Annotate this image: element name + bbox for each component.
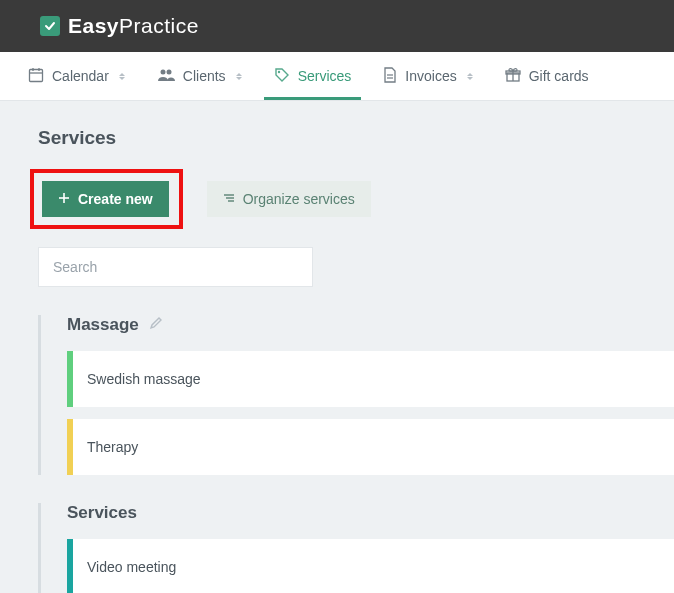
button-label: Organize services [243,191,355,207]
create-new-button[interactable]: Create new [42,181,169,217]
tag-icon [274,67,290,86]
service-item[interactable]: Video meeting [67,539,674,593]
page-content: Services Create new Organize services Ma… [0,101,674,593]
pencil-icon[interactable] [149,316,163,334]
main-nav: Calendar Clients Services Invoices Gift … [0,52,674,101]
nav-label: Invoices [405,68,456,84]
category-header: Massage [67,315,674,335]
page-title: Services [38,127,674,149]
check-icon [40,16,60,36]
brand-text: EasyPractice [68,14,199,38]
document-icon [383,67,397,86]
svg-rect-0 [30,69,43,81]
nav-label: Clients [183,68,226,84]
calendar-icon [28,67,44,86]
sort-icon [236,73,242,80]
annotation-highlight: Create new [30,169,183,229]
organize-services-button[interactable]: Organize services [207,181,371,217]
service-category: Services Video meeting [38,503,674,593]
organize-icon [223,191,235,207]
svg-point-5 [166,69,171,74]
top-bar: EasyPractice [0,0,674,52]
sort-icon [119,73,125,80]
service-category: Massage Swedish massage Therapy [38,315,674,475]
search-wrap [38,247,674,287]
service-name: Video meeting [73,559,176,575]
service-item[interactable]: Therapy [67,419,674,475]
brand-logo[interactable]: EasyPractice [40,14,199,38]
button-label: Create new [78,191,153,207]
nav-calendar[interactable]: Calendar [28,52,125,100]
people-icon [157,67,175,86]
plus-icon [58,191,70,207]
nav-services[interactable]: Services [274,52,352,100]
action-row: Create new Organize services [38,169,674,229]
category-title: Massage [67,315,139,335]
sort-icon [467,73,473,80]
nav-invoices[interactable]: Invoices [383,52,472,100]
category-title: Services [67,503,137,523]
nav-label: Services [298,68,352,84]
nav-giftcards[interactable]: Gift cards [505,52,589,100]
nav-clients[interactable]: Clients [157,52,242,100]
gift-icon [505,67,521,86]
search-input[interactable] [38,247,313,287]
nav-label: Gift cards [529,68,589,84]
nav-label: Calendar [52,68,109,84]
service-item[interactable]: Swedish massage [67,351,674,407]
service-name: Swedish massage [73,371,201,387]
category-header: Services [67,503,674,523]
svg-point-6 [277,70,279,72]
service-name: Therapy [73,439,138,455]
svg-point-4 [160,69,165,74]
